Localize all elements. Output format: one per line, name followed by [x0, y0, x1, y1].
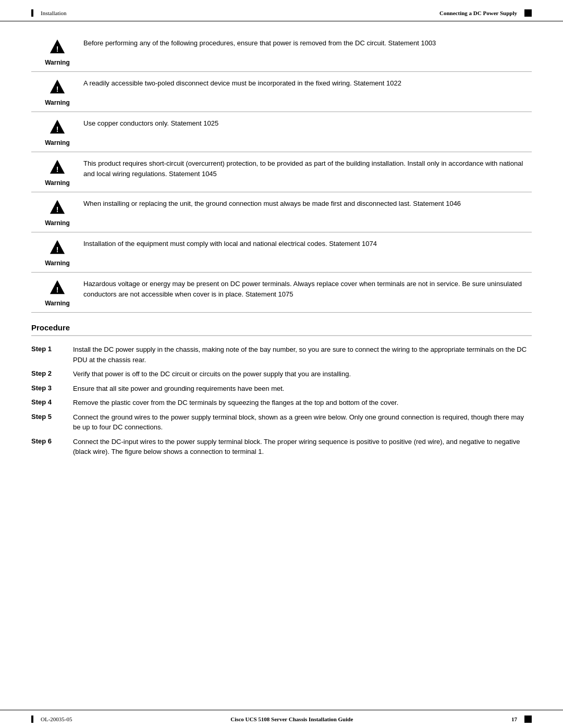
- svg-text:!: !: [56, 205, 59, 214]
- procedure-title: Procedure: [31, 323, 532, 332]
- step-row-1: Step 1 Install the DC power supply in th…: [31, 344, 532, 365]
- warning-row-7: ! Warning Hazardous voltage or energy ma…: [31, 273, 532, 313]
- warning-triangle-icon-4: !: [48, 158, 66, 176]
- step-text-6: Connect the DC-input wires to the power …: [73, 437, 532, 457]
- footer-guide-title: Cisco UCS 5108 Server Chassis Installati…: [230, 716, 353, 722]
- warning-triangle-icon-2: !: [48, 78, 66, 96]
- step-row-3: Step 3 Ensure that all site power and gr…: [31, 384, 532, 394]
- warning-icon-col-6: ! Warning: [31, 238, 83, 267]
- header-right: Connecting a DC Power Supply: [439, 9, 532, 17]
- warning-row-3: ! Warning Use copper conductors only. St…: [31, 112, 532, 152]
- warning-icon-col-1: ! Warning: [31, 37, 83, 66]
- warning-label-4: Warning: [45, 179, 70, 187]
- warning-triangle-icon-3: !: [48, 118, 66, 136]
- header-chapter-title: Installation: [41, 10, 67, 16]
- header-left-bar: [31, 9, 33, 17]
- warning-text-7: Hazardous voltage or energy may be prese…: [83, 278, 532, 299]
- footer-right: 17: [511, 715, 532, 723]
- header-right-bar: [524, 9, 532, 17]
- warning-label-2: Warning: [45, 99, 70, 106]
- step-text-1: Install the DC power supply in the chass…: [73, 344, 532, 365]
- footer-center: Cisco UCS 5108 Server Chassis Installati…: [230, 716, 353, 722]
- warning-triangle-icon-5: !: [48, 199, 66, 216]
- warning-text-6: Installation of the equipment must compl…: [83, 238, 532, 249]
- step-row-6: Step 6 Connect the DC-input wires to the…: [31, 437, 532, 457]
- step-label-5: Step 5: [31, 412, 73, 421]
- warning-label-1: Warning: [45, 59, 70, 66]
- warning-text-3: Use copper conductors only. Statement 10…: [83, 117, 532, 129]
- step-label-6: Step 6: [31, 437, 73, 445]
- header-left: Installation: [31, 9, 67, 17]
- warning-row-6: ! Warning Installation of the equipment …: [31, 232, 532, 273]
- svg-text:!: !: [56, 85, 59, 93]
- warning-triangle-icon-7: !: [48, 279, 66, 297]
- svg-text:!: !: [56, 286, 59, 294]
- footer-page-number: 17: [511, 716, 517, 722]
- warning-label-6: Warning: [45, 260, 70, 267]
- header-section-title: Connecting a DC Power Supply: [439, 10, 517, 16]
- warning-label-7: Warning: [45, 300, 70, 307]
- warning-triangle-icon-1: !: [48, 38, 66, 56]
- step-text-2: Verify that power is off to the DC circu…: [73, 369, 532, 379]
- warning-text-5: When installing or replacing the unit, t…: [83, 198, 532, 209]
- footer-right-bar: [524, 715, 532, 723]
- footer-left-bar: [31, 715, 33, 723]
- warning-icon-col-7: ! Warning: [31, 278, 83, 307]
- step-label-3: Step 3: [31, 384, 73, 392]
- warning-text-2: A readily accessible two-poled disconnec…: [83, 77, 532, 89]
- step-text-5: Connect the ground wires to the power su…: [73, 412, 532, 433]
- step-label-4: Step 4: [31, 398, 73, 406]
- warning-row-1: ! Warning Before performing any of the f…: [31, 32, 532, 72]
- warning-triangle-icon-6: !: [48, 239, 66, 256]
- page-header: Installation Connecting a DC Power Suppl…: [0, 0, 563, 21]
- warning-block: ! Warning Before performing any of the f…: [31, 32, 532, 313]
- warning-icon-col-3: ! Warning: [31, 117, 83, 146]
- svg-text:!: !: [56, 165, 59, 174]
- warning-label-5: Warning: [45, 219, 70, 227]
- step-row-5: Step 5 Connect the ground wires to the p…: [31, 412, 532, 433]
- warning-icon-col-5: ! Warning: [31, 198, 83, 227]
- step-label-2: Step 2: [31, 369, 73, 377]
- warning-icon-col-2: ! Warning: [31, 77, 83, 106]
- step-text-3: Ensure that all site power and grounding…: [73, 384, 532, 394]
- footer-doc-number: OL-20035-05: [41, 716, 72, 722]
- procedure-divider: [31, 335, 532, 336]
- page-footer: OL-20035-05 Cisco UCS 5108 Server Chassi…: [0, 710, 563, 728]
- warning-text-4: This product requires short-circuit (ove…: [83, 157, 532, 179]
- page: Installation Connecting a DC Power Suppl…: [0, 0, 563, 728]
- svg-text:!: !: [56, 125, 59, 133]
- main-content: ! Warning Before performing any of the f…: [0, 21, 563, 492]
- svg-text:!: !: [56, 245, 59, 254]
- warning-text-1: Before performing any of the following p…: [83, 37, 532, 48]
- warning-row-4: ! Warning This product requires short-ci…: [31, 152, 532, 192]
- step-row-2: Step 2 Verify that power is off to the D…: [31, 369, 532, 379]
- procedure-section: Procedure Step 1 Install the DC power su…: [31, 323, 532, 457]
- step-row-4: Step 4 Remove the plastic cover from the…: [31, 398, 532, 408]
- step-label-1: Step 1: [31, 344, 73, 353]
- svg-text:!: !: [56, 45, 59, 53]
- warning-icon-col-4: ! Warning: [31, 157, 83, 187]
- warning-row-2: ! Warning A readily accessible two-poled…: [31, 72, 532, 112]
- footer-left: OL-20035-05: [31, 715, 72, 723]
- step-text-4: Remove the plastic cover from the DC ter…: [73, 398, 532, 408]
- warning-label-3: Warning: [45, 139, 70, 146]
- warning-row-5: ! Warning When installing or replacing t…: [31, 192, 532, 232]
